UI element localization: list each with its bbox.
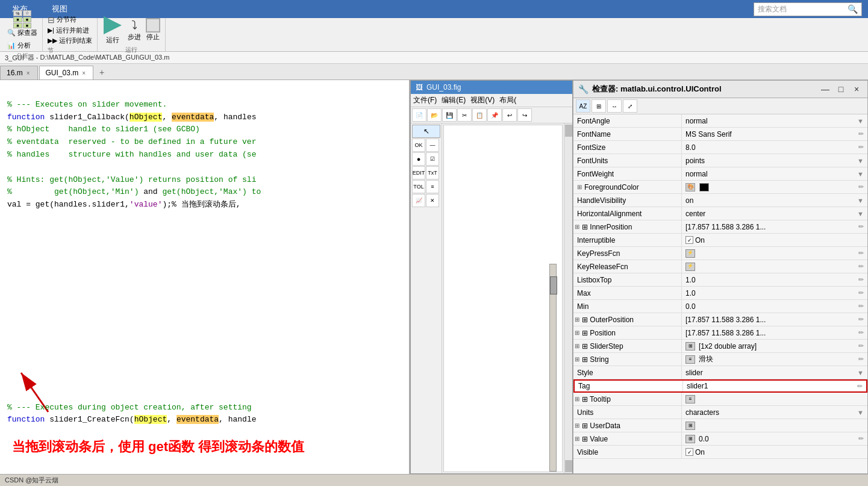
- gui-sidetool-txt[interactable]: TxT: [426, 166, 439, 179]
- string-text-btn[interactable]: ≡: [685, 355, 695, 364]
- tooltip-btn-icon[interactable]: ≡: [685, 395, 695, 403]
- dropdown-icon-fontweight[interactable]: ▼: [857, 170, 864, 178]
- tab-16m-close[interactable]: ×: [25, 70, 31, 76]
- canvas-scrollbar-thumb[interactable]: [550, 276, 557, 294]
- gui-tool-new[interactable]: 📄: [412, 108, 426, 122]
- edit-icon-fgcolor[interactable]: ✏: [858, 183, 864, 191]
- gui-sidetool-dash[interactable]: —: [426, 139, 439, 152]
- toolbar-run-advance-btn[interactable]: ▶| 运行并前进: [48, 26, 89, 35]
- gui-menu-view[interactable]: 视图(V): [470, 95, 495, 105]
- gui-sidetool-axes[interactable]: 📈: [412, 194, 425, 207]
- interrupt-checkbox-box[interactable]: ✓: [685, 236, 693, 244]
- edit-icon-keypressfcn[interactable]: ✏: [858, 249, 864, 257]
- inspector-prop-keyreleasefcn: KeyReleaseFcn: [573, 260, 682, 273]
- code-line-4: % eventdata reserved - to be defined in …: [7, 137, 256, 146]
- code-editor[interactable]: % --- Executes on slider movement. funct…: [0, 80, 410, 474]
- gui-sidetool-check[interactable]: ☑: [426, 152, 439, 166]
- search-input-field[interactable]: 搜索文档: [758, 4, 845, 14]
- tab-gui03m-close[interactable]: ×: [81, 70, 87, 76]
- edit-icon-min[interactable]: ✏: [858, 302, 864, 310]
- edit-icon-outerpos[interactable]: ✏: [858, 316, 864, 323]
- inspector-prop-interrupt: Interruptible: [573, 234, 682, 246]
- toolbar-run-btn[interactable]: 运行: [102, 15, 123, 45]
- edit-icon-max[interactable]: ✏: [858, 289, 864, 297]
- visible-checkbox-box[interactable]: ✓: [685, 448, 693, 456]
- toolbar-step-btn[interactable]: ⤵ 步进: [128, 19, 141, 42]
- inspector-prop-tooltip: ⊞ Tooltip: [573, 393, 682, 405]
- gui-sidetool-list[interactable]: ≡: [426, 180, 439, 193]
- tab-gui03m-label: GUI_03.m: [46, 69, 79, 77]
- userdata-btn-icon[interactable]: ⊞: [685, 422, 695, 430]
- gui-tool-open[interactable]: 📂: [427, 108, 442, 122]
- code-line-5: % handles structure with handles and use…: [7, 150, 256, 159]
- inspector-title: 检查器: matlab.ui.control.UIControl: [592, 84, 816, 95]
- canvas-vscrollbar: [564, 123, 572, 473]
- sliderstep-array-btn[interactable]: ⊞: [685, 342, 695, 350]
- gui-sidetool-select[interactable]: ↖: [412, 125, 440, 138]
- gui-tool-redo[interactable]: ↪: [517, 108, 532, 122]
- inspector-table-wrapper[interactable]: FontAngle normal ▼ FontName MS Sans Seri…: [573, 114, 867, 473]
- inspector-tool-sort[interactable]: AZ: [576, 99, 590, 113]
- edit-icon-fontname[interactable]: ✏: [858, 130, 864, 138]
- inspector-tool-fit[interactable]: ⤢: [623, 99, 637, 113]
- inspector-val-fontunits: points ▼: [682, 154, 867, 167]
- edit-icon-listboxtop[interactable]: ✏: [858, 276, 864, 284]
- edit-icon-innerpos[interactable]: ✏: [858, 223, 864, 231]
- toolbar-section-divider-btn[interactable]: ⊟ 分节符: [48, 15, 76, 25]
- inspector-minimize-btn[interactable]: —: [819, 83, 831, 95]
- toolbar-run-end-btn[interactable]: ▶▶ 运行到结束: [48, 36, 92, 45]
- edit-icon-keyreleasefcn[interactable]: ✏: [858, 263, 864, 270]
- gui-tool-save[interactable]: 💾: [442, 108, 457, 122]
- keypressfcn-btn-icon[interactable]: ⚡: [685, 249, 695, 258]
- dropdown-icon-style[interactable]: ▼: [857, 369, 864, 376]
- inspector-close-btn[interactable]: ×: [851, 83, 863, 95]
- gui-sidetool-edit[interactable]: EDIT: [412, 166, 425, 179]
- canvas-vscroll-down[interactable]: [565, 460, 572, 472]
- dropdown-icon-handlevis[interactable]: ▼: [857, 197, 864, 204]
- gui-tool-paste[interactable]: 📌: [487, 108, 502, 122]
- inspector-prop-style: Style: [573, 366, 682, 379]
- edit-icon-sliderstep[interactable]: ✏: [858, 342, 864, 350]
- gui-canvas[interactable]: [443, 125, 563, 472]
- canvas-vscroll-up[interactable]: [565, 125, 572, 137]
- interrupt-checkbox[interactable]: ✓ On: [685, 236, 705, 245]
- dropdown-icon-halign[interactable]: ▼: [857, 210, 864, 217]
- value-btn-icon[interactable]: ⊞: [685, 435, 695, 443]
- gui-tool-copy[interactable]: 📋: [472, 108, 487, 122]
- visible-checkbox[interactable]: ✓ On: [685, 448, 705, 456]
- gui-sidetool-ok[interactable]: OK: [412, 139, 425, 152]
- edit-icon-fontangle[interactable]: ▼: [857, 117, 864, 125]
- tab-16m[interactable]: 16.m ×: [0, 66, 38, 79]
- code-bottom: % --- Executes during object creation, a…: [0, 376, 409, 439]
- edit-icon-position[interactable]: ✏: [858, 329, 864, 337]
- toolbar-inspector-btn[interactable]: 🔍 探查器: [7, 28, 37, 37]
- tab-gui03m[interactable]: GUI_03.m ×: [39, 66, 94, 79]
- inspector-prop-fontweight: FontWeight: [573, 167, 682, 180]
- keyreleasefcn-btn-icon[interactable]: ⚡: [685, 263, 695, 271]
- edit-icon-string[interactable]: ✏: [858, 355, 864, 363]
- gui-menu-file[interactable]: 文件(F): [413, 95, 437, 105]
- gui-menu-edit[interactable]: 编辑(E): [442, 95, 466, 105]
- inspector-restore-btn[interactable]: □: [835, 83, 847, 95]
- edit-icon-tag[interactable]: ✏: [857, 382, 863, 390]
- section-label-code: 分析: [16, 52, 28, 60]
- dropdown-icon-units[interactable]: ▼: [857, 409, 864, 416]
- inspector-tool-group[interactable]: ⊞: [592, 99, 606, 113]
- dropdown-icon-fontunits[interactable]: ▼: [857, 157, 864, 164]
- tab-add-btn[interactable]: +: [95, 65, 109, 79]
- edit-icon-value[interactable]: ✏: [858, 435, 864, 443]
- gui-sidetool-radio[interactable]: ●: [412, 152, 425, 166]
- toolbar-analysis-btn[interactable]: 📊 分析: [7, 41, 37, 50]
- gui-sidetool-tol[interactable]: TOL: [412, 180, 425, 193]
- edit-icon-fontsize[interactable]: ✏: [858, 143, 864, 151]
- gui-tool-undo[interactable]: ↩: [502, 108, 517, 122]
- inspector-tool-expand[interactable]: ↔: [607, 99, 622, 113]
- search-icon[interactable]: 🔍: [848, 4, 858, 14]
- gui-menu-layout[interactable]: 布局(: [499, 95, 516, 105]
- fgcolor-swatch-btn[interactable]: 🎨: [685, 183, 695, 192]
- inspector-row-userdata: ⊞ UserData ⊞: [573, 419, 867, 432]
- gui-sidetool-del[interactable]: ✕: [426, 194, 439, 207]
- gui-tool-cut[interactable]: ✂: [457, 108, 472, 122]
- toolbar-stop-btn[interactable]: 停止: [146, 18, 160, 42]
- inspector-val-listboxtop: 1.0 ✏: [682, 273, 867, 286]
